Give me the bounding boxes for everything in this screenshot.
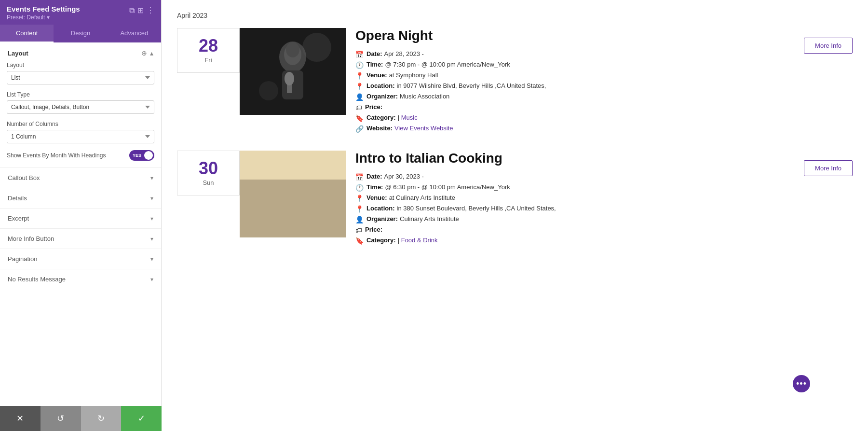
svg-rect-16: [240, 151, 346, 180]
clock-icon-opera: 🕐: [355, 61, 364, 69]
calendar-icon-opera: 📅: [355, 51, 364, 58]
svg-rect-17: [240, 180, 346, 237]
sidebar: Events Feed Settings Preset: Default ▾ ⧉…: [0, 0, 162, 431]
toggle-thumb: [144, 151, 153, 160]
details-header[interactable]: Details ▾: [0, 188, 161, 208]
category-icon-opera: 🔖: [355, 114, 364, 122]
date-value-cooking: Apr 30, 2023 -: [384, 173, 424, 180]
more-info-area-opera: More Info: [799, 28, 853, 54]
cancel-icon: ✕: [16, 413, 24, 424]
category-separator-opera: |: [398, 114, 401, 121]
layout-section: Layout ⊕ ▴ Layout List List Type Callout…: [0, 42, 161, 167]
toggle-label: Show Events By Month With Headings: [7, 152, 106, 159]
columns-select[interactable]: 1 Column: [7, 130, 154, 143]
cancel-button[interactable]: ✕: [0, 406, 41, 431]
excerpt-header[interactable]: Excerpt ▾: [0, 209, 161, 228]
venue-value-opera: at Symphony Hall: [389, 71, 438, 79]
location-icon-opera: 📍: [355, 83, 364, 90]
event-date-num-opera: 28: [199, 37, 218, 55]
category-link-opera[interactable]: Music: [401, 114, 418, 121]
tab-content[interactable]: Content: [0, 25, 54, 42]
show-events-by-month-toggle[interactable]: YES: [129, 150, 154, 161]
time-value-opera: @ 7:30 pm - @ 10:00 pm America/New_York: [385, 61, 510, 68]
main-content: April 2023 28 Fri O: [162, 0, 868, 431]
callout-box-chevron: ▾: [150, 175, 153, 181]
more-info-button-opera[interactable]: More Info: [804, 38, 853, 54]
detail-time-opera: 🕐 Time: @ 7:30 pm - @ 10:00 pm America/N…: [355, 61, 789, 69]
redo-icon: ↻: [97, 413, 105, 424]
tab-advanced[interactable]: Advanced: [108, 25, 161, 42]
layout-icon[interactable]: ⊞: [137, 6, 144, 15]
list-type-field: List Type Callout, Image, Details, Butto…: [7, 91, 154, 114]
excerpt-chevron: ▾: [150, 215, 153, 222]
details-chevron: ▾: [150, 195, 153, 202]
sidebar-body: Layout ⊕ ▴ Layout List List Type Callout…: [0, 42, 161, 431]
time-label-cooking: Time:: [366, 183, 383, 191]
toggle-yes-label: YES: [133, 153, 141, 158]
organizer-label-opera: Organizer:: [366, 93, 398, 100]
pagination-header[interactable]: Pagination ▾: [0, 249, 161, 269]
date-label-opera: Date:: [366, 50, 382, 57]
organizer-value-cooking: Culinary Arts Institute: [400, 215, 459, 222]
pagination-chevron: ▾: [150, 256, 153, 263]
organizer-value-opera: Music Association: [400, 93, 449, 100]
no-results-header[interactable]: No Results Message ▾: [0, 269, 161, 289]
reset-icon: ↺: [57, 413, 64, 424]
event-title-opera: Opera Night: [355, 28, 789, 43]
clock-icon-cooking: 🕐: [355, 184, 364, 192]
category-link-cooking[interactable]: Food & Drink: [401, 236, 438, 244]
event-date-box-cooking: 30 Sun: [177, 151, 240, 195]
svg-point-4: [285, 72, 294, 85]
more-info-button-header[interactable]: More Info Button ▾: [0, 229, 161, 249]
svg-point-5: [302, 33, 331, 62]
layout-section-header[interactable]: Layout ⊕ ▴: [0, 42, 161, 62]
layout-content: Layout List List Type Callout, Image, De…: [0, 62, 161, 167]
location-label-cooking: Location:: [366, 205, 395, 212]
detail-location-cooking: 📍 Location: in 380 Sunset Boulevard, Bev…: [355, 205, 789, 213]
kebab-menu-icon[interactable]: ⋮: [147, 6, 154, 15]
organizer-icon-cooking: 👤: [355, 216, 364, 223]
tab-design[interactable]: Design: [54, 25, 107, 42]
floating-dot-menu[interactable]: •••: [793, 375, 810, 392]
svg-point-6: [259, 81, 278, 100]
reset-button[interactable]: ↺: [41, 406, 81, 431]
event-card-italian-cooking: 30 Sun Intro to Ita: [177, 151, 853, 247]
pagination-title: Pagination: [8, 255, 37, 263]
detail-category-opera: 🔖 Category: | Music: [355, 114, 789, 122]
website-link-opera[interactable]: View Events Website: [394, 125, 453, 132]
sidebar-bottom: ✕ ↺ ↻ ✓: [0, 406, 162, 431]
location-value-cooking: in 380 Sunset Boulevard, Beverly Hills ,…: [397, 205, 556, 212]
no-results-section: No Results Message ▾: [0, 269, 161, 289]
more-info-button-cooking[interactable]: More Info: [804, 160, 853, 176]
detail-time-cooking: 🕐 Time: @ 6:30 pm - @ 10:00 pm America/N…: [355, 183, 789, 192]
event-image-opera: [240, 28, 346, 115]
save-icon: ✓: [138, 413, 145, 424]
venue-label-cooking: Venue:: [366, 194, 387, 201]
event-card-opera-night: 28 Fri Opera Night 📅: [177, 28, 853, 135]
detail-price-cooking: 🏷 Price:: [355, 226, 789, 234]
category-label-cooking: Category:: [366, 236, 396, 244]
time-label-opera: Time:: [366, 61, 383, 68]
details-title: Details: [8, 195, 27, 202]
minimize-icon[interactable]: ⧉: [129, 6, 135, 15]
details-section: Details ▾: [0, 188, 161, 208]
layout-collapse-icon[interactable]: ▴: [150, 49, 153, 57]
layout-field: Layout List: [7, 62, 154, 84]
columns-label: Number of Columns: [7, 121, 154, 127]
callout-box-header[interactable]: Callout Box ▾: [0, 168, 161, 188]
layout-section-icons: ⊕ ▴: [141, 49, 153, 57]
category-label-opera: Category:: [366, 114, 396, 121]
save-button[interactable]: ✓: [121, 406, 162, 431]
event-date-day-opera: Fri: [204, 56, 212, 64]
website-icon-opera: 🔗: [355, 125, 364, 133]
excerpt-title: Excerpt: [8, 215, 29, 222]
redo-button[interactable]: ↻: [81, 406, 122, 431]
sidebar-preset[interactable]: Preset: Default ▾: [7, 14, 80, 21]
layout-select[interactable]: List: [7, 71, 154, 84]
location-label-opera: Location:: [366, 82, 395, 89]
organizer-label-cooking: Organizer:: [366, 215, 398, 222]
month-heading: April 2023: [177, 12, 853, 19]
venue-value-cooking: at Culinary Arts Institute: [389, 194, 455, 201]
list-type-select[interactable]: Callout, Image, Details, Button: [7, 100, 154, 114]
layout-add-icon[interactable]: ⊕: [141, 49, 147, 57]
